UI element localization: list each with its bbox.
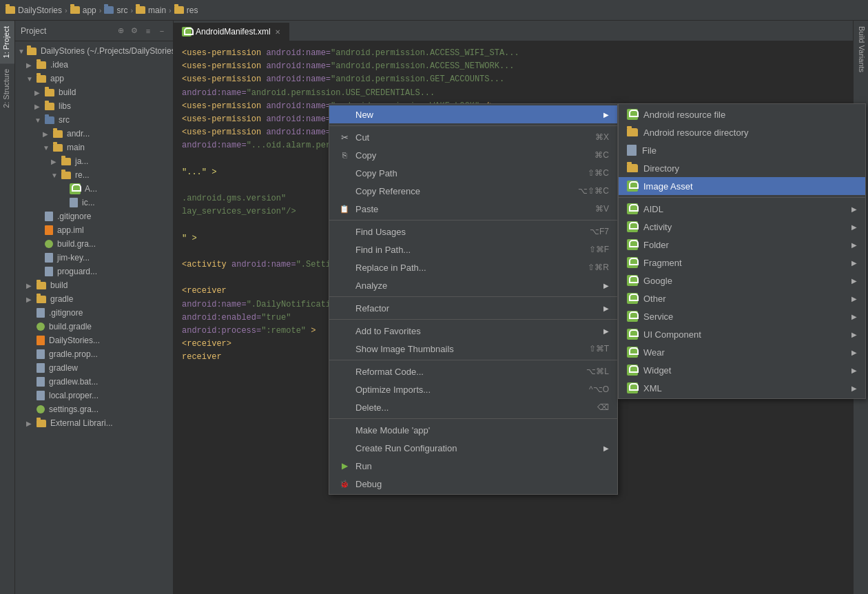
code-line: <uses-permission android:name="android.p… <box>182 60 845 73</box>
tab-close-button[interactable]: ✕ <box>275 28 280 36</box>
menu-item-copyref[interactable]: Copy Reference ⌥⇧⌘C <box>329 182 617 200</box>
sync-button[interactable]: ⊕ <box>115 25 126 37</box>
tree-item-re[interactable]: ▼ re... <box>15 168 173 182</box>
ja-folder-icon <box>61 158 71 165</box>
gradlew-icon <box>37 363 45 373</box>
new-menu-item-aidl[interactable]: AIDL ▶ <box>619 200 865 218</box>
separator <box>329 319 617 320</box>
tree-item-gradlew[interactable]: gradlew <box>15 361 173 375</box>
collapse-button[interactable]: − <box>156 25 167 37</box>
tree-item-buildgradle2[interactable]: build.gradle <box>15 320 173 334</box>
context-menu-wrapper: New ▶ ✂ Cut ⌘X ⎘ Copy ⌘C <box>329 103 618 495</box>
menu-item-replaceinpath[interactable]: Replace in Path... ⇧⌘R <box>329 258 617 276</box>
tree-item-gradle[interactable]: ▶ gradle <box>15 292 173 306</box>
tree-item-main[interactable]: ▼ main <box>15 141 173 154</box>
paste-icon: 📋 <box>338 205 351 214</box>
runconfig-arrow: ▶ <box>603 444 609 452</box>
menu-item-paste[interactable]: 📋 Paste ⌘V <box>329 200 617 218</box>
menu-item-new[interactable]: New ▶ <box>329 105 617 123</box>
menu-item-copy[interactable]: ⎘ Copy ⌘C <box>329 146 617 164</box>
menu-item-findinpath[interactable]: Find in Path... ⇧⌘F <box>329 240 617 258</box>
new-menu-item-google[interactable]: Google ▶ <box>619 272 865 289</box>
tree-item-appiml[interactable]: app.iml <box>15 223 173 237</box>
new-menu-item-imageasset[interactable]: Image Asset <box>619 177 865 195</box>
new-menu-item-fragment[interactable]: Fragment ▶ <box>619 254 865 272</box>
tree-item-proguard[interactable]: proguard... <box>15 265 173 278</box>
settings-button[interactable]: ⚙ <box>129 25 140 37</box>
app-folder-icon <box>37 75 46 83</box>
sidebar-tab-project[interactable]: 1: Project <box>0 21 14 63</box>
breadcrumb-main[interactable]: main <box>136 6 166 15</box>
breadcrumb-dailystories[interactable]: DailyStories <box>6 6 62 15</box>
breadcrumb-src[interactable]: src <box>104 6 127 15</box>
panel-header: Project ⊕ ⚙ ≡ − <box>15 21 173 41</box>
main-layout: 1: Project 2: Structure Project ⊕ ⚙ ≡ − … <box>0 21 868 594</box>
new-menu-item-wear[interactable]: Wear ▶ <box>619 343 865 361</box>
menu-item-findusages[interactable]: Find Usages ⌥F7 <box>329 223 617 240</box>
android-icon <box>70 183 81 194</box>
new-menu-item-directory[interactable]: Directory <box>619 159 865 177</box>
tree-item-gradleprop[interactable]: gradle.prop... <box>15 347 173 361</box>
menu-item-favorites[interactable]: Add to Favorites ▶ <box>329 322 617 340</box>
tree-item-jimkey[interactable]: jim-key... <box>15 251 173 265</box>
android-activity-icon <box>627 221 638 232</box>
menu-item-cut[interactable]: ✂ Cut ⌘X <box>329 128 617 146</box>
tree-item-buildgradle1[interactable]: build.gra... <box>15 237 173 251</box>
editor-area: AndroidManifest.xml ✕ <uses-permission a… <box>174 21 853 594</box>
tree-item-build1[interactable]: ▶ build <box>15 85 173 99</box>
menu-item-run[interactable]: ▶ Run <box>329 457 617 475</box>
menu-item-refactor[interactable]: Refactor ▶ <box>329 299 617 317</box>
menu-item-runconfig[interactable]: Create Run Configuration ▶ <box>329 439 617 457</box>
tree-item-dailystoriesiml[interactable]: DailyStories... <box>15 334 173 347</box>
folder-resdir-icon <box>627 128 638 136</box>
tree-item-build2[interactable]: ▶ build <box>15 278 173 292</box>
tree-item-ic[interactable]: ic... <box>15 196 173 209</box>
android-aidl-icon <box>627 203 638 214</box>
analyze-arrow: ▶ <box>603 282 609 289</box>
breadcrumb-app[interactable]: app <box>70 6 96 15</box>
libs-folder-icon <box>45 103 54 110</box>
new-menu-item-file[interactable]: File <box>619 141 865 159</box>
menu-item-copypath[interactable]: Copy Path ⇧⌘C <box>329 164 617 182</box>
tree-item-app[interactable]: ▼ app <box>15 72 173 85</box>
tree-item-gitignore2[interactable]: .gitignore <box>15 306 173 320</box>
new-menu-item-androidresdir[interactable]: Android resource directory <box>619 123 865 141</box>
tree-item-gradlewbat[interactable]: gradlew.bat... <box>15 375 173 389</box>
new-menu-item-other[interactable]: Other ▶ <box>619 289 865 307</box>
tree-item-settingsgradle[interactable]: settings.gra... <box>15 402 173 416</box>
tree-item-externallibs[interactable]: ▶ External Librari... <box>15 416 173 430</box>
menu-item-optimize[interactable]: Optimize Imports... ^⌥O <box>329 380 617 398</box>
menu-item-analyze[interactable]: Analyze ▶ <box>329 276 617 294</box>
sidebar-tab-structure[interactable]: 2: Structure <box>0 63 14 114</box>
menu-item-debug[interactable]: 🐞 Debug <box>329 475 617 493</box>
menu-item-thumbnails[interactable]: Show Image Thumbnails ⇧⌘T <box>329 340 617 358</box>
new-menu-item-uicomponent[interactable]: UI Component ▶ <box>619 325 865 343</box>
new-menu-item-activity[interactable]: Activity ▶ <box>619 218 865 236</box>
new-menu-item-folder[interactable]: Folder ▶ <box>619 236 865 254</box>
menu-item-reformat[interactable]: Reformat Code... ⌥⌘L <box>329 362 617 380</box>
menu-item-makemodule[interactable]: Make Module 'app' <box>329 421 617 439</box>
gear-button[interactable]: ≡ <box>143 25 154 37</box>
separator <box>329 220 617 221</box>
right-tab-buildvariants[interactable]: Build Variants <box>854 21 868 78</box>
tree-item-ja[interactable]: ▶ ja... <box>15 154 173 168</box>
favorites-arrow: ▶ <box>603 327 609 335</box>
tree-item-src[interactable]: ▼ src <box>15 113 173 127</box>
tree-item-gitignore1[interactable]: .gitignore <box>15 209 173 223</box>
tree-item-andr[interactable]: ▶ andr... <box>15 127 173 141</box>
tree-item-localprop[interactable]: local.proper... <box>15 389 173 402</box>
tab-androidmanifest[interactable]: AndroidManifest.xml ✕ <box>174 23 289 41</box>
gradlewbat-icon <box>37 377 45 387</box>
tree-item-libs[interactable]: ▶ libs <box>15 99 173 113</box>
menu-item-delete[interactable]: Delete... ⌫ <box>329 398 617 416</box>
android-folder-icon <box>627 239 638 250</box>
new-menu-item-service[interactable]: Service ▶ <box>619 307 865 325</box>
tree-item-a[interactable]: A... <box>15 182 173 196</box>
new-menu-item-widget[interactable]: Widget ▶ <box>619 361 865 379</box>
breadcrumb-res[interactable]: res <box>174 6 198 15</box>
new-menu-item-androidresfile[interactable]: Android resource file <box>619 105 865 123</box>
tree-item-idea[interactable]: ▶ .idea <box>15 58 173 72</box>
tree-item-dailystories[interactable]: ▼ DailyStories (~/.Projects/DailyStories… <box>15 44 173 58</box>
new-menu-item-xml[interactable]: XML ▶ <box>619 379 865 397</box>
proguard-icon <box>45 267 53 276</box>
